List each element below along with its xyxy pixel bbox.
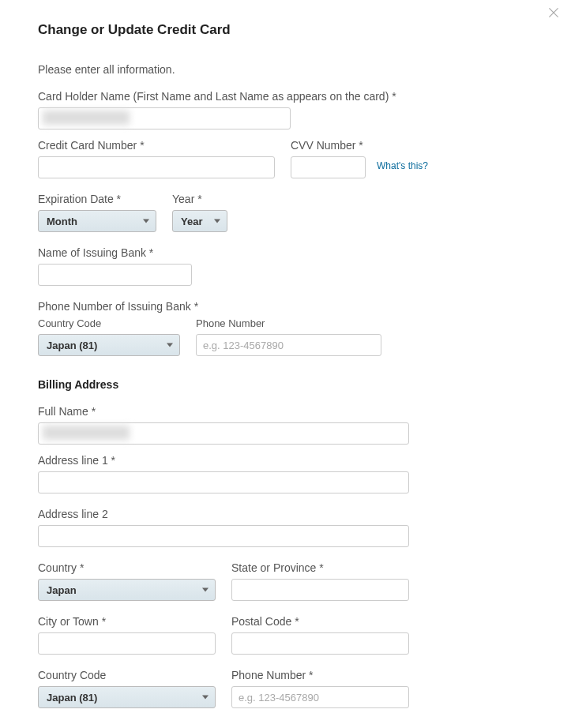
city-label: City or Town * [38,615,216,628]
close-icon[interactable] [547,6,563,22]
bank-cc-value: Japan (81) [47,340,97,351]
year-select[interactable]: Year [172,210,227,232]
billing-phone-label: Phone Number * [231,669,409,681]
billing-heading: Billing Address [38,378,533,391]
cvv-label: CVV Number * [291,139,366,152]
bank-cc-select[interactable]: Japan (81) [38,334,180,356]
page-title: Change or Update Credit Card [38,22,533,38]
chevron-down-icon [202,696,208,700]
billing-cc-value: Japan (81) [47,692,97,704]
bank-cc-label: Country Code [38,317,180,329]
fullname-input[interactable] [38,422,409,445]
billing-cc-label: Country Code [38,669,216,681]
addr2-input[interactable] [38,525,409,547]
whats-this-link[interactable]: What's this? [377,160,428,171]
bank-name-label: Name of Issuing Bank * [38,246,533,259]
bank-phone-input[interactable] [196,334,381,356]
postal-label: Postal Code * [231,615,409,628]
card-holder-label: Card Holder Name (First Name and Last Na… [38,90,533,103]
month-select-value: Month [47,216,77,227]
state-label: State or Province * [231,561,409,574]
card-number-label: Credit Card Number * [38,139,275,152]
fullname-label: Full Name * [38,405,533,418]
bank-phone-sublabel: Phone Number [196,317,381,329]
chevron-down-icon [143,220,149,223]
card-holder-input[interactable] [38,107,291,129]
chevron-down-icon [167,343,173,347]
country-select[interactable]: Japan [38,579,216,601]
intro-text: Please enter all information. [38,63,533,76]
card-number-input[interactable] [38,156,275,178]
billing-phone-input[interactable] [231,686,409,708]
addr1-input[interactable] [38,471,409,493]
month-select[interactable]: Month [38,210,156,232]
postal-input[interactable] [231,632,409,655]
addr2-label: Address line 2 [38,508,533,520]
state-input[interactable] [231,579,409,601]
chevron-down-icon [202,588,208,592]
city-input[interactable] [38,632,216,655]
expiration-label: Expiration Date * [38,193,156,205]
bank-name-input[interactable] [38,264,192,286]
bank-phone-label: Phone Number of Issuing Bank * [38,300,533,313]
year-select-value: Year [181,216,202,227]
billing-cc-select[interactable]: Japan (81) [38,686,216,708]
country-label: Country * [38,561,216,574]
country-select-value: Japan [47,584,77,596]
year-label: Year * [172,193,227,205]
addr1-label: Address line 1 * [38,454,533,467]
cvv-input[interactable] [291,156,366,178]
chevron-down-icon [214,220,220,223]
